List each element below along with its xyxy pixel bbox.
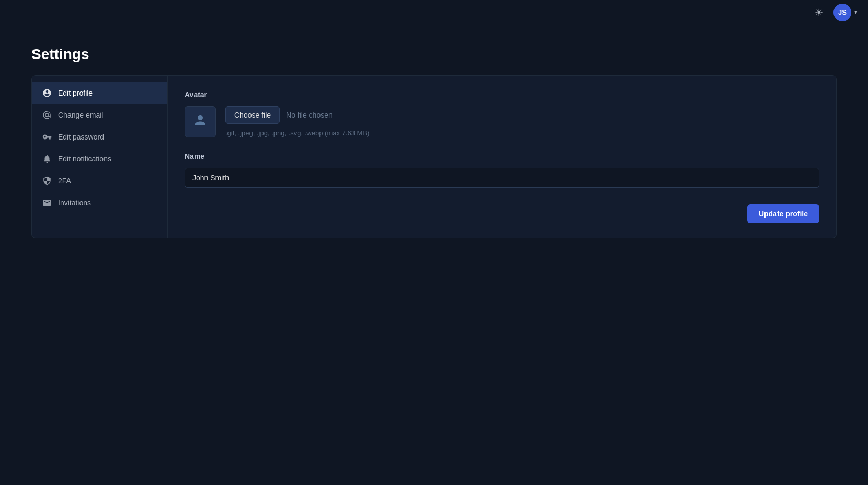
key-icon [42, 132, 52, 142]
chevron-down-icon: ▾ [854, 9, 858, 16]
settings-sidebar: Edit profile Change email Edit password [32, 76, 168, 238]
sidebar-item-label: Change email [58, 111, 103, 119]
topbar: ☀ JS ▾ [0, 0, 868, 25]
content-footer: Update profile [185, 204, 819, 223]
avatar-section: Avatar Choose file No file chosen [185, 90, 819, 137]
bell-icon [42, 154, 52, 164]
sidebar-item-label: Edit profile [58, 89, 93, 97]
name-input[interactable] [185, 168, 819, 188]
user-circle-icon [42, 88, 52, 98]
no-file-text: No file chosen [286, 111, 333, 119]
avatar-upload-area: Choose file No file chosen .gif, .jpeg, … [225, 106, 369, 137]
sidebar-item-label: Edit notifications [58, 155, 111, 163]
file-hint: .gif, .jpeg, .jpg, .png, .svg, .webp (ma… [225, 129, 369, 137]
settings-panel: Edit profile Change email Edit password [31, 75, 837, 238]
user-menu-button[interactable]: JS ▾ [833, 4, 858, 21]
name-label: Name [185, 152, 819, 160]
sidebar-item-edit-password[interactable]: Edit password [32, 126, 167, 148]
choose-file-button[interactable]: Choose file [225, 106, 280, 124]
page-content: Settings Edit profile Change email [0, 25, 868, 259]
avatar-row: Choose file No file chosen .gif, .jpeg, … [185, 106, 819, 137]
file-input-row: Choose file No file chosen [225, 106, 369, 124]
sidebar-item-edit-profile[interactable]: Edit profile [32, 82, 167, 104]
avatar: JS [833, 4, 851, 21]
sidebar-item-edit-notifications[interactable]: Edit notifications [32, 148, 167, 170]
sidebar-item-label: Edit password [58, 133, 104, 141]
theme-toggle-button[interactable]: ☀ [810, 4, 827, 21]
page-title: Settings [31, 46, 837, 63]
sidebar-item-change-email[interactable]: Change email [32, 104, 167, 126]
at-sign-icon [42, 110, 52, 120]
avatar-label: Avatar [185, 90, 819, 99]
name-section: Name [185, 152, 819, 188]
sidebar-item-invitations[interactable]: Invitations [32, 192, 167, 214]
avatar-placeholder-icon [192, 112, 208, 132]
sidebar-item-label: Invitations [58, 199, 91, 207]
avatar-preview [185, 106, 216, 137]
mail-icon [42, 198, 52, 207]
sidebar-item-2fa[interactable]: 2FA [32, 170, 167, 192]
update-profile-button[interactable]: Update profile [747, 204, 819, 223]
settings-content: Avatar Choose file No file chosen [168, 76, 836, 238]
sidebar-item-label: 2FA [58, 177, 71, 185]
shield-icon [42, 176, 52, 186]
